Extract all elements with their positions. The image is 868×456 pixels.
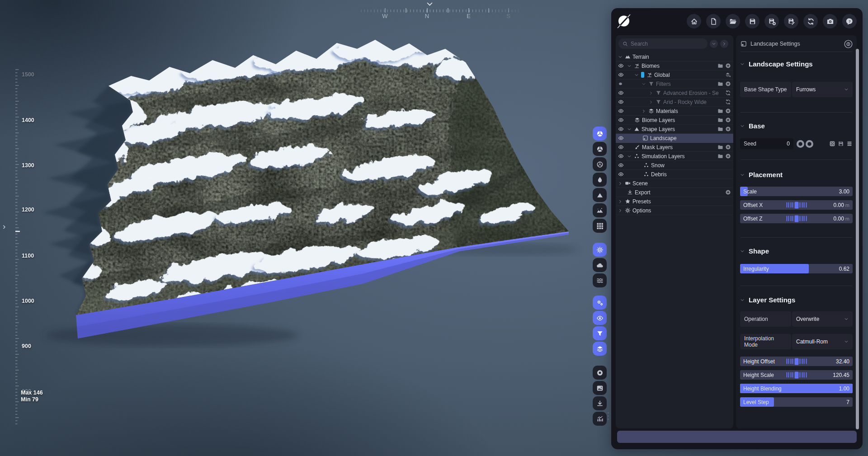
layers-add-button[interactable] — [725, 72, 731, 78]
sync-button[interactable] — [725, 90, 731, 96]
value-scrubber[interactable] — [786, 371, 807, 378]
tree-item-terrain[interactable]: Terrain — [616, 52, 733, 61]
camera-button[interactable] — [823, 14, 837, 28]
tree-item-debris[interactable]: Debris — [616, 170, 733, 179]
section-header[interactable]: Shape — [740, 247, 853, 255]
value-scrubber[interactable] — [786, 215, 807, 222]
save-as-button[interactable] — [764, 14, 779, 28]
panel-toggle-button[interactable] — [844, 39, 853, 49]
expand-chevron[interactable] — [618, 199, 625, 204]
visibility-toggle[interactable] — [618, 135, 627, 141]
expand-chevron[interactable] — [627, 64, 634, 68]
folder-button[interactable] — [717, 108, 723, 114]
save-button[interactable] — [745, 14, 760, 28]
slider-height-offset[interactable]: Height Offset32.40 — [740, 357, 853, 366]
record-button[interactable] — [593, 366, 607, 380]
history-button[interactable] — [846, 141, 853, 147]
expand-chevron[interactable] — [618, 55, 625, 59]
add-button[interactable] — [725, 189, 731, 195]
mesh-globe-dark-button[interactable] — [593, 142, 607, 156]
save-button[interactable] — [838, 141, 844, 147]
section-header[interactable]: Landscape Settings — [740, 60, 853, 68]
folder-button[interactable] — [717, 126, 723, 132]
droplet-button[interactable] — [593, 173, 607, 187]
sync-button[interactable] — [725, 99, 731, 105]
save-edit-button[interactable] — [784, 14, 798, 28]
seed-increment-button[interactable] — [806, 140, 813, 148]
gear-button[interactable] — [593, 243, 607, 257]
tree-item-materials[interactable]: Materials — [616, 107, 733, 116]
tree-item-filters[interactable]: Filters — [616, 80, 733, 89]
tree-item-advanced-erosion-se[interactable]: Advanced Erosion - Se — [616, 89, 733, 98]
gears-button[interactable] — [593, 296, 607, 310]
seed-input[interactable]: Seed0 — [740, 138, 793, 149]
expand-chevron[interactable] — [649, 91, 656, 95]
add-button[interactable] — [725, 126, 731, 132]
photo-button[interactable] — [593, 381, 607, 395]
add-button[interactable] — [725, 144, 731, 150]
dropdown-select[interactable]: Overwrite — [792, 311, 853, 327]
value-scrubber[interactable] — [786, 358, 807, 365]
tree-item-biome-layers[interactable]: Biome Layers — [616, 116, 733, 125]
compass-strip[interactable]: WNES — [359, 1, 522, 22]
visibility-toggle[interactable] — [618, 126, 627, 132]
tree-item-simulation-layers[interactable]: Simulation Layers — [616, 152, 733, 161]
sync-button[interactable] — [803, 14, 818, 28]
search-input[interactable]: Search — [618, 38, 708, 49]
ring-button[interactable] — [593, 157, 607, 171]
add-button[interactable] — [725, 108, 731, 114]
tree-item-presets[interactable]: Presets — [616, 197, 733, 206]
visibility-toggle[interactable] — [618, 108, 627, 114]
expand-chevron[interactable] — [649, 100, 656, 104]
section-header[interactable]: Placement — [740, 171, 853, 179]
dice-button[interactable] — [829, 141, 835, 147]
visibility-toggle[interactable] — [618, 63, 627, 69]
expand-chevron[interactable] — [627, 154, 634, 159]
chart-button[interactable] — [593, 412, 607, 426]
tree-item-scene[interactable]: Scene — [616, 179, 733, 188]
terrain-viewport[interactable] — [0, 0, 611, 456]
cloud-button[interactable] — [593, 258, 607, 272]
new-file-button[interactable] — [706, 14, 721, 28]
slider-offset-z[interactable]: Offset Z0.00m — [740, 214, 853, 223]
grid-button[interactable] — [593, 219, 607, 233]
tree-expand-all-button[interactable] — [720, 40, 728, 48]
add-button[interactable] — [725, 153, 731, 159]
visibility-toggle[interactable] — [618, 171, 627, 177]
open-folder-button[interactable] — [726, 14, 740, 28]
visibility-dot[interactable] — [618, 81, 627, 86]
folder-button[interactable] — [717, 153, 723, 159]
home-button[interactable] — [687, 14, 701, 28]
slider-scale[interactable]: Scale3.00 — [740, 187, 853, 196]
section-header[interactable]: Base — [740, 122, 853, 130]
seed-decrement-button[interactable] — [797, 140, 804, 148]
dropdown-select[interactable]: Catmull-Rom — [792, 334, 853, 349]
visibility-toggle[interactable] — [618, 144, 627, 150]
add-button[interactable] — [725, 117, 731, 123]
waves-button[interactable] — [593, 273, 607, 287]
expand-chevron[interactable] — [634, 73, 641, 77]
materials-button[interactable] — [593, 342, 607, 356]
dropdown-select[interactable]: Furrows — [792, 82, 853, 97]
eye-button[interactable] — [593, 311, 607, 325]
visibility-toggle[interactable] — [618, 162, 627, 168]
visibility-toggle[interactable] — [618, 117, 627, 123]
expand-chevron[interactable] — [618, 208, 625, 213]
left-panel-expand-chevron[interactable]: › — [3, 221, 5, 231]
tree-item-options[interactable]: Options — [616, 206, 733, 215]
add-button[interactable] — [725, 63, 731, 69]
tree-item-shape-layers[interactable]: Shape Layers — [616, 125, 733, 134]
settings-scrollbar[interactable] — [856, 49, 859, 429]
tree-item-global[interactable]: Global — [616, 71, 733, 80]
download-button[interactable] — [593, 396, 607, 410]
slider-height-blending[interactable]: Height Blending1.00 — [740, 384, 853, 393]
terrain-rocks-button[interactable] — [593, 203, 607, 217]
tree-collapse-all-button[interactable] — [710, 40, 718, 48]
expand-chevron[interactable] — [642, 109, 648, 113]
mesh-globe-button[interactable] — [593, 127, 607, 141]
folder-button[interactable] — [717, 63, 723, 69]
section-header[interactable]: Layer Settings — [740, 296, 853, 304]
expand-chevron[interactable] — [642, 82, 648, 86]
expand-chevron[interactable] — [618, 181, 625, 186]
funnel-button[interactable] — [593, 326, 607, 340]
